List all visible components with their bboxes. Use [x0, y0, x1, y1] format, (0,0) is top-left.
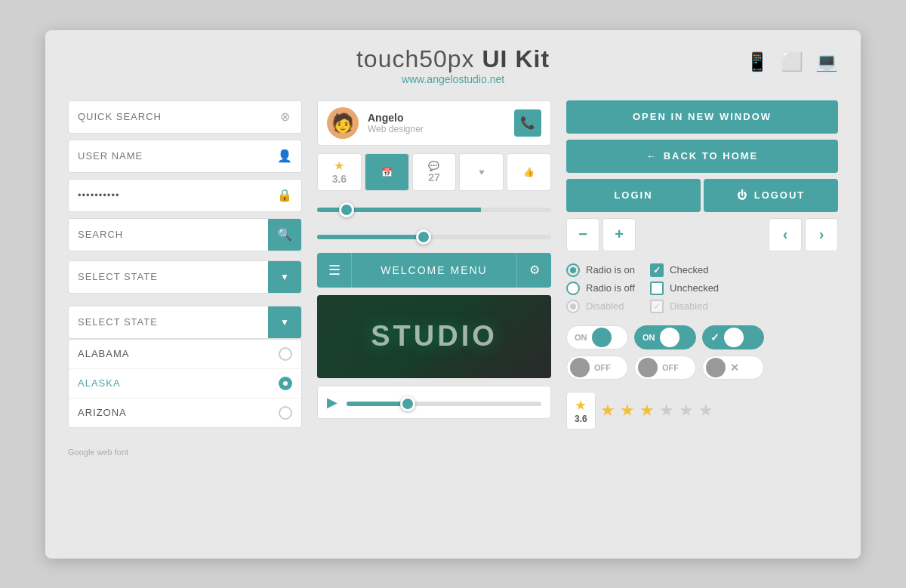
phone-button[interactable]: 📞: [514, 109, 541, 137]
stat-messages[interactable]: 💬 27: [412, 153, 457, 191]
slider-1[interactable]: [317, 208, 551, 212]
toggle-x-off[interactable]: ✕: [702, 356, 764, 380]
select-state-row[interactable]: SELECT STATE ▼: [68, 260, 302, 294]
banner-text: STUDIO: [371, 320, 498, 352]
toggle-on-1-thumb: [592, 328, 612, 347]
minus-button[interactable]: −: [566, 218, 599, 251]
radio-disabled-label: Disabled: [586, 300, 624, 312]
toggle-x-icon: ✕: [726, 362, 744, 374]
checked-box[interactable]: [650, 263, 664, 277]
quick-search-input[interactable]: [69, 111, 268, 122]
stat-calendar[interactable]: 📅: [365, 153, 409, 191]
clear-icon[interactable]: ⊗: [268, 100, 301, 134]
check-unchecked-item[interactable]: Unchecked: [650, 282, 719, 295]
avatar: 🧑: [327, 107, 359, 139]
dropdown-list: ALABAMA ALASKA ARIZONA: [68, 339, 302, 428]
radio-on-label: Radio is on: [586, 264, 635, 276]
radio-group: Radio is on Radio is off Disabled: [566, 263, 635, 313]
hamburger-icon[interactable]: ☰: [317, 253, 352, 288]
login-button[interactable]: LOGIN: [566, 179, 701, 212]
tablet-icon: ⬜: [781, 51, 803, 72]
stat-rating-value: 3.6: [332, 173, 347, 185]
star-6[interactable]: ★: [698, 401, 713, 420]
slider-1-container: [317, 199, 551, 218]
toggle-x-thumb: [706, 358, 726, 377]
stat-heart[interactable]: ♥: [459, 153, 504, 191]
profile-card: 🧑 Angelo Web designer 📞: [317, 100, 551, 146]
play-button[interactable]: ▶: [327, 394, 337, 411]
toggle-off-1[interactable]: OFF: [566, 356, 628, 380]
alabama-radio[interactable]: [279, 347, 292, 361]
auth-row: LOGIN ⏻ LOGOUT: [566, 179, 838, 212]
star-3[interactable]: ★: [639, 401, 655, 420]
search-input[interactable]: [69, 229, 268, 240]
toggle-off-2[interactable]: OFF: [634, 356, 696, 380]
toggle-on-row: ON ON ✓: [566, 325, 838, 349]
stars-section: ★ 3.6 ★ ★ ★ ★ ★ ★: [566, 386, 838, 436]
slider-2[interactable]: [317, 235, 551, 239]
menu-label: WELCOME MENU: [352, 264, 516, 276]
counter-nav-row: − + ‹ ›: [566, 218, 838, 251]
next-button[interactable]: ›: [805, 218, 838, 251]
arizona-radio[interactable]: [279, 406, 292, 420]
radio-off-item[interactable]: Radio is off: [566, 282, 635, 295]
select-state-arrow-2[interactable]: ▼: [268, 306, 301, 339]
plus-button[interactable]: +: [602, 218, 636, 251]
toggle-on-2[interactable]: ON: [634, 325, 696, 349]
toggle-on-1[interactable]: ON: [566, 325, 628, 349]
select-state-with-dropdown: SELECT STATE ▼ ALABAMA ALASKA ARIZONA: [68, 303, 302, 428]
audio-player: ▶: [317, 386, 551, 419]
stat-messages-value: 27: [428, 171, 440, 183]
toggle-off-2-thumb: [638, 358, 658, 377]
radio-off-circle[interactable]: [566, 282, 580, 295]
search-button[interactable]: 🔍: [268, 218, 301, 251]
dropdown-item-alabama[interactable]: ALABAMA: [69, 340, 301, 369]
star-5[interactable]: ★: [679, 401, 694, 420]
password-row: 🔒: [68, 179, 302, 212]
prev-button[interactable]: ‹: [769, 218, 802, 251]
star-rating-box: ★ 3.6: [566, 392, 596, 429]
disabled-check-label: Disabled: [670, 300, 708, 312]
header: touch50px UI Kit www.angelostudio.net: [68, 45, 838, 85]
select-state-arrow[interactable]: ▼: [268, 260, 301, 294]
dropdown-item-arizona[interactable]: ARIZONA: [69, 399, 301, 427]
mobile-icon: 📱: [746, 51, 769, 72]
toggle-off-2-label: OFF: [658, 363, 683, 372]
laptop-icon: 💻: [815, 51, 838, 72]
profile-info: Angelo Web designer: [368, 112, 505, 134]
check-checked-item[interactable]: Checked: [650, 263, 719, 277]
star-2[interactable]: ★: [620, 401, 635, 420]
main-card: touch50px UI Kit www.angelostudio.net 📱 …: [45, 30, 861, 559]
logout-label: LOGOUT: [754, 189, 806, 201]
logout-button[interactable]: ⏻ LOGOUT: [704, 179, 838, 212]
disabled-check-box: [650, 300, 664, 313]
banner-image: STUDIO: [317, 295, 551, 378]
unchecked-box[interactable]: [650, 282, 664, 295]
open-new-window-button[interactable]: OPEN IN NEW WINDOW: [566, 100, 838, 134]
back-to-home-button[interactable]: ← BACK TO HOME: [566, 140, 838, 173]
username-input[interactable]: [69, 150, 268, 162]
star-1[interactable]: ★: [600, 401, 615, 420]
stat-like[interactable]: 👍: [507, 153, 551, 191]
toggle-check-icon: ✓: [706, 331, 724, 343]
gear-icon[interactable]: ⚙: [516, 253, 551, 288]
profile-name: Angelo: [368, 112, 505, 124]
toggle-off-1-thumb: [570, 358, 590, 377]
password-input[interactable]: [69, 189, 268, 201]
dropdown-item-alaska[interactable]: ALASKA: [69, 369, 301, 399]
audio-seek[interactable]: [347, 402, 541, 406]
toggle-on-1-label: ON: [570, 333, 592, 342]
select-state-row-2[interactable]: SELECT STATE ▼: [68, 306, 302, 339]
alaska-radio[interactable]: [279, 377, 292, 390]
stat-rating[interactable]: ★ 3.6: [317, 153, 362, 191]
toggle-check-thumb: [724, 328, 744, 347]
radio-check-section: Radio is on Radio is off Disabled Checke…: [566, 257, 838, 319]
radio-on-circle[interactable]: [566, 263, 580, 277]
radio-on-item[interactable]: Radio is on: [566, 263, 635, 277]
star-icon: ★: [334, 159, 344, 173]
profile-role: Web designer: [368, 124, 505, 134]
star-4[interactable]: ★: [659, 401, 674, 420]
title-bold: UI Kit: [482, 45, 550, 72]
toggle-check-on[interactable]: ✓: [702, 325, 764, 349]
power-icon: ⏻: [737, 189, 748, 201]
